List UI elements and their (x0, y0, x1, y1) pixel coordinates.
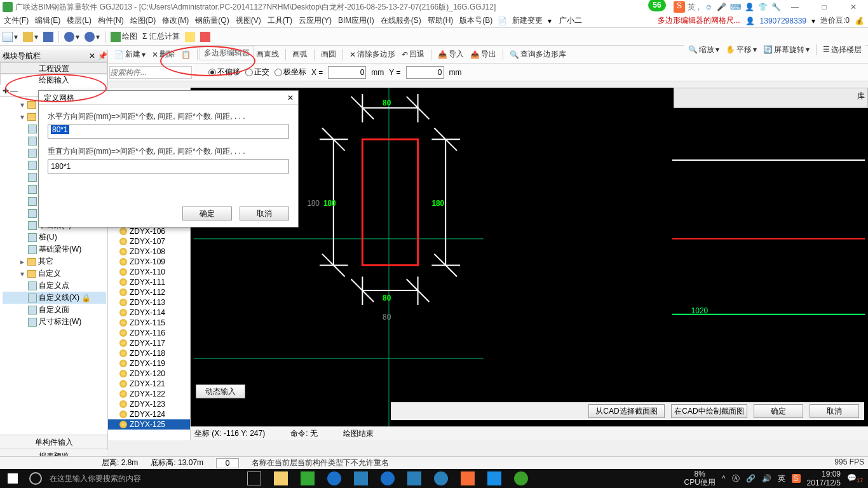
dialog-close-button[interactable]: ✕ (283, 91, 298, 105)
tab-draw-input[interactable]: 绘图输入 (0, 74, 107, 85)
menu-draw[interactable]: 绘图(D) (129, 15, 158, 26)
poly-new-button[interactable]: 📄 新建 ▾ (114, 49, 146, 60)
app-edge2-icon[interactable] (375, 470, 400, 487)
tree-node[interactable]: 基础梁带(W) (3, 243, 106, 255)
ortho-radio[interactable]: 正交 (245, 67, 269, 78)
menu-floor[interactable]: 楼层(L) (65, 15, 93, 26)
redo-button[interactable]: ▾ (85, 32, 100, 42)
tray-lang-icon[interactable]: 英 (778, 473, 785, 484)
menu-bim[interactable]: BIM应用(I) (337, 15, 376, 26)
vertical-spacing-input[interactable] (48, 159, 289, 173)
library-pane-header[interactable]: 库 (674, 88, 868, 108)
ime-smile-icon[interactable]: ☺ (705, 3, 712, 11)
username[interactable]: 广小二 (559, 15, 582, 26)
component-item[interactable]: ZDYX-116 (108, 328, 190, 338)
ime-person-icon[interactable]: 👤 (745, 3, 754, 11)
app-orange-icon[interactable] (455, 470, 480, 487)
app-ie-icon[interactable] (428, 470, 454, 487)
maximize-button[interactable]: □ (810, 0, 839, 14)
draw-arc-button[interactable]: 画弧 (292, 49, 308, 60)
component-item[interactable]: ZDYX-122 (108, 389, 190, 399)
y-input[interactable] (406, 66, 444, 79)
draw-button[interactable]: 绘图 (111, 31, 137, 42)
tray-vol-icon[interactable]: 🔊 (762, 474, 771, 483)
menu-rebar[interactable]: 钢筋量(Q) (194, 15, 230, 26)
collapse-all-icon[interactable]: — (10, 86, 18, 95)
tray-a-icon[interactable]: Ⓐ (732, 473, 740, 484)
pan-button[interactable]: ✋ 平移 ▾ (726, 44, 757, 55)
component-item[interactable]: ZDYX-120 (108, 369, 190, 379)
tray-net-icon[interactable]: 🔗 (746, 474, 756, 483)
menu-modify[interactable]: 修改(M) (161, 15, 190, 26)
component-item[interactable]: ZDYX-115 (108, 318, 190, 328)
component-item[interactable]: ZDYX-121 (108, 379, 190, 389)
extra-icon2[interactable] (200, 32, 210, 42)
component-item[interactable]: ZDYX-111 (108, 277, 190, 287)
component-item[interactable]: ZDYX-112 (108, 287, 190, 297)
app-swirl-icon[interactable] (295, 470, 320, 487)
draw-section-cad-button[interactable]: 在CAD中绘制截面图 (671, 404, 747, 418)
tree-node[interactable]: 尺寸标注(W) (3, 316, 106, 328)
menu-view[interactable]: 视图(V) (234, 15, 262, 26)
horizontal-spacing-input[interactable]: 80*1 (48, 125, 289, 139)
component-item[interactable]: ZDYX-125 (108, 419, 190, 430)
component-item[interactable]: ZDYX-106 (108, 226, 190, 236)
rotate-button[interactable]: 🔄 屏幕旋转 ▾ (763, 44, 810, 55)
expand-all-icon[interactable]: ✚ (3, 86, 9, 95)
tray-up-icon[interactable]: ^ (722, 474, 726, 483)
menu-tools[interactable]: 工具(T) (266, 15, 294, 26)
component-item[interactable]: ZDYX-109 (108, 257, 190, 267)
sum-calc-button[interactable]: Σ 汇总计算 (142, 31, 180, 42)
app-explorer-icon[interactable] (268, 470, 294, 487)
search-component-input[interactable] (109, 66, 192, 79)
section-cancel-button[interactable]: 取消 (810, 404, 859, 418)
ime-icon[interactable]: S (674, 1, 685, 13)
menu-online[interactable]: 在线服务(S) (379, 15, 423, 26)
select-section-cad-button[interactable]: 从CAD选择截面图 (588, 404, 665, 418)
app-edge-icon[interactable] (322, 470, 347, 487)
component-item[interactable]: ZDYX-114 (108, 308, 190, 318)
menu-new-change[interactable]: 新建变更 (511, 15, 544, 26)
minimize-button[interactable]: — (780, 0, 810, 14)
tree-node[interactable]: 自定义点 (3, 280, 106, 292)
tray-ime-icon[interactable]: S (792, 474, 801, 483)
query-poly-button[interactable]: 🔍 查询多边形库 (510, 49, 566, 60)
open-file-button[interactable]: ▾ (23, 32, 38, 42)
menu-help[interactable]: 帮助(H) (426, 15, 455, 26)
polar-radio[interactable]: 极坐标 (275, 67, 306, 78)
app-blue-icon[interactable] (482, 470, 507, 487)
new-file-button[interactable]: ▾ (3, 32, 18, 42)
dialog-cancel-button[interactable]: 取消 (240, 207, 289, 220)
cortana-icon[interactable] (29, 472, 42, 485)
component-item[interactable]: ZDYX-118 (108, 348, 190, 358)
component-item[interactable]: ZDYX-124 (108, 409, 190, 419)
save-button[interactable] (43, 32, 53, 42)
ime-shirt-icon[interactable]: 👕 (758, 3, 768, 11)
dynamic-input-button[interactable]: 动态输入 (196, 384, 245, 398)
menu-version[interactable]: 版本号(B) (458, 15, 494, 26)
component-item[interactable]: ZDYX-110 (108, 267, 190, 277)
dialog-ok-button[interactable]: 确定 (182, 207, 232, 220)
poly-delete-button[interactable]: ✕ 删除 (152, 49, 175, 60)
nav-pin-icon[interactable]: 📌 (97, 50, 107, 62)
extra-icon1[interactable] (185, 32, 195, 42)
menu-cloud[interactable]: 云应用(Y) (297, 15, 333, 26)
app-store-icon[interactable] (348, 470, 374, 487)
poly-undo-button[interactable]: ↶ 回退 (402, 49, 424, 60)
ime-wrench-icon[interactable]: 🔧 (771, 3, 781, 11)
import-button[interactable]: 📥 导入 (438, 49, 464, 60)
task-view-icon[interactable] (241, 470, 267, 487)
app-folder-icon[interactable] (402, 470, 427, 487)
start-button[interactable] (0, 469, 25, 488)
clear-poly-button[interactable]: ✕ 清除多边形 (349, 49, 395, 60)
draw-circle-button[interactable]: 画圆 (321, 49, 336, 60)
price-beans[interactable]: 造价豆:0 (820, 15, 850, 26)
undo-button[interactable]: ▾ (64, 32, 79, 42)
ime-lang[interactable]: 英 (688, 2, 695, 13)
close-button[interactable]: ✕ (839, 0, 868, 14)
menu-component[interactable]: 构件(N) (97, 15, 125, 26)
tree-node[interactable]: 自定义面 (3, 304, 106, 316)
component-item[interactable]: ZDYX-108 (108, 247, 190, 257)
component-item[interactable]: ZDYX-117 (108, 338, 190, 348)
menu-file[interactable]: 文件(F) (3, 15, 30, 26)
